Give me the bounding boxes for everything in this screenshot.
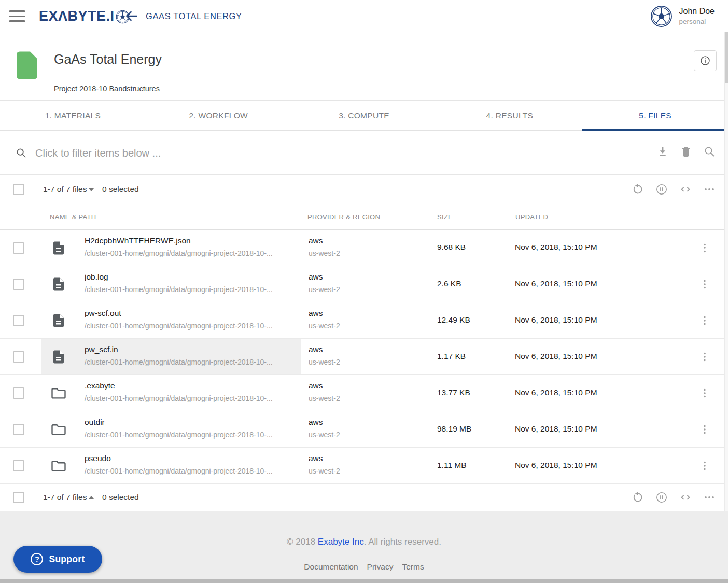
file-icon bbox=[51, 276, 66, 292]
row-checkbox[interactable] bbox=[13, 387, 24, 399]
more-vertical-icon bbox=[698, 423, 711, 436]
row-menu-button[interactable] bbox=[698, 314, 711, 327]
pause-button[interactable] bbox=[655, 183, 668, 196]
tab[interactable]: 1. MATERIALS bbox=[0, 101, 146, 130]
logo-text: EXΛBYTE.I bbox=[39, 8, 115, 24]
table-row[interactable]: pw_scf.in /cluster-001-home/gmogni/data/… bbox=[0, 339, 728, 375]
select-all-checkbox[interactable] bbox=[13, 184, 24, 195]
delete-button[interactable] bbox=[680, 145, 692, 158]
file-icon bbox=[51, 349, 66, 365]
file-region: us-west-2 bbox=[309, 431, 340, 439]
menu-icon[interactable] bbox=[9, 10, 25, 22]
row-checkbox[interactable] bbox=[13, 315, 24, 326]
scrollbar-thumb[interactable] bbox=[725, 32, 728, 83]
folder-icon bbox=[51, 458, 66, 474]
code-view-button[interactable] bbox=[679, 491, 692, 504]
row-checkbox[interactable] bbox=[13, 460, 24, 471]
page-title: GAAS TOTAL ENERGY bbox=[146, 0, 242, 32]
chevron-down-icon[interactable] bbox=[89, 188, 94, 191]
more-horizontal-icon bbox=[703, 183, 716, 196]
row-checkbox[interactable] bbox=[13, 279, 24, 290]
folder-icon bbox=[51, 385, 66, 401]
select-all-checkbox[interactable] bbox=[13, 492, 24, 503]
file-size: 12.49 KB bbox=[437, 315, 470, 325]
file-updated: Nov 6, 2018, 15:10 PM bbox=[515, 315, 597, 325]
file-path: /cluster-001-home/gmogni/data/gmogni-pro… bbox=[85, 322, 273, 330]
more-button[interactable] bbox=[703, 183, 716, 196]
file-updated: Nov 6, 2018, 15:10 PM bbox=[515, 352, 597, 361]
file-region: us-west-2 bbox=[309, 358, 340, 366]
table-row[interactable]: .exabyte /cluster-001-home/gmogni/data/g… bbox=[0, 375, 728, 411]
documentation-link[interactable]: Documentation bbox=[304, 562, 358, 572]
table-row[interactable]: outdir /cluster-001-home/gmogni/data/gmo… bbox=[0, 411, 728, 448]
row-menu-button[interactable] bbox=[698, 387, 711, 399]
file-icon bbox=[51, 313, 66, 328]
selected-count: 0 selected bbox=[102, 185, 139, 194]
file-path: /cluster-001-home/gmogni/data/gmogni-pro… bbox=[85, 431, 273, 439]
folder-icon bbox=[51, 422, 66, 437]
row-menu-button[interactable] bbox=[698, 278, 711, 290]
scrollbar[interactable] bbox=[724, 32, 728, 511]
chevron-up-icon[interactable] bbox=[89, 496, 94, 499]
tab[interactable]: 5. FILES bbox=[582, 101, 728, 130]
column-header-provider-region: PROVIDER & REGION bbox=[307, 213, 380, 221]
filter-input[interactable] bbox=[35, 143, 502, 163]
file-name: .exabyte bbox=[85, 381, 115, 391]
company-link[interactable]: Exabyte Inc bbox=[318, 537, 364, 547]
green-document-icon bbox=[17, 51, 37, 79]
file-provider: aws bbox=[309, 236, 323, 245]
row-menu-button[interactable] bbox=[698, 242, 711, 254]
table-row[interactable]: H2dcpbhWhTTEHERWE.json /cluster-001-home… bbox=[0, 230, 728, 266]
avatar bbox=[650, 5, 673, 27]
tab[interactable]: 3. COMPUTE bbox=[291, 101, 437, 130]
file-updated: Nov 6, 2018, 15:10 PM bbox=[515, 279, 597, 288]
row-menu-button[interactable] bbox=[698, 351, 711, 363]
file-name: pseudo bbox=[85, 454, 111, 463]
tab[interactable]: 4. RESULTS bbox=[437, 101, 582, 130]
exabyte-logo[interactable]: EXΛBYTE.I bbox=[39, 0, 130, 32]
code-view-button[interactable] bbox=[679, 183, 692, 196]
more-vertical-icon bbox=[698, 460, 711, 472]
row-menu-button[interactable] bbox=[698, 423, 711, 436]
user-menu[interactable]: John Doe personal bbox=[650, 0, 715, 32]
more-vertical-icon bbox=[698, 387, 711, 399]
pagination-label[interactable]: 1-7 of 7 files bbox=[43, 185, 87, 194]
pause-button[interactable] bbox=[655, 491, 668, 504]
file-name: outdir bbox=[85, 418, 105, 427]
file-size: 1.17 KB bbox=[437, 352, 466, 361]
more-vertical-icon bbox=[698, 351, 711, 363]
row-checkbox[interactable] bbox=[13, 351, 24, 363]
table-row[interactable]: pseudo /cluster-001-home/gmogni/data/gmo… bbox=[0, 448, 728, 484]
file-name: pw_scf.in bbox=[85, 345, 118, 354]
table-row[interactable]: pw-scf.out /cluster-001-home/gmogni/data… bbox=[0, 302, 728, 339]
refresh-button[interactable] bbox=[632, 491, 644, 504]
more-vertical-icon bbox=[698, 242, 711, 254]
selected-count: 0 selected bbox=[102, 493, 139, 502]
download-button[interactable] bbox=[656, 145, 669, 158]
file-provider: aws bbox=[309, 309, 323, 318]
job-title: GaAs Total Energy bbox=[54, 52, 311, 67]
back-button[interactable] bbox=[124, 9, 139, 23]
search-icon bbox=[703, 145, 716, 158]
file-provider: aws bbox=[309, 418, 323, 427]
support-button[interactable]: ? Support bbox=[13, 546, 102, 573]
row-checkbox[interactable] bbox=[13, 424, 24, 435]
more-button[interactable] bbox=[703, 491, 716, 504]
file-provider: aws bbox=[309, 381, 323, 391]
more-vertical-icon bbox=[698, 278, 711, 290]
column-header-name-path: NAME & PATH bbox=[50, 213, 96, 221]
trash-icon bbox=[680, 145, 692, 158]
pagination-label[interactable]: 1-7 of 7 files bbox=[43, 493, 87, 502]
file-region: us-west-2 bbox=[309, 249, 340, 257]
row-menu-button[interactable] bbox=[698, 460, 711, 472]
pause-circle-icon bbox=[655, 491, 668, 504]
privacy-link[interactable]: Privacy bbox=[367, 562, 394, 572]
info-button[interactable] bbox=[694, 50, 717, 71]
table-row[interactable]: job.log /cluster-001-home/gmogni/data/gm… bbox=[0, 266, 728, 302]
tab[interactable]: 2. WORKFLOW bbox=[146, 101, 291, 130]
terms-link[interactable]: Terms bbox=[402, 562, 424, 572]
search-button[interactable] bbox=[703, 145, 716, 158]
user-account: personal bbox=[679, 18, 715, 25]
row-checkbox[interactable] bbox=[13, 242, 24, 254]
refresh-button[interactable] bbox=[632, 183, 644, 196]
